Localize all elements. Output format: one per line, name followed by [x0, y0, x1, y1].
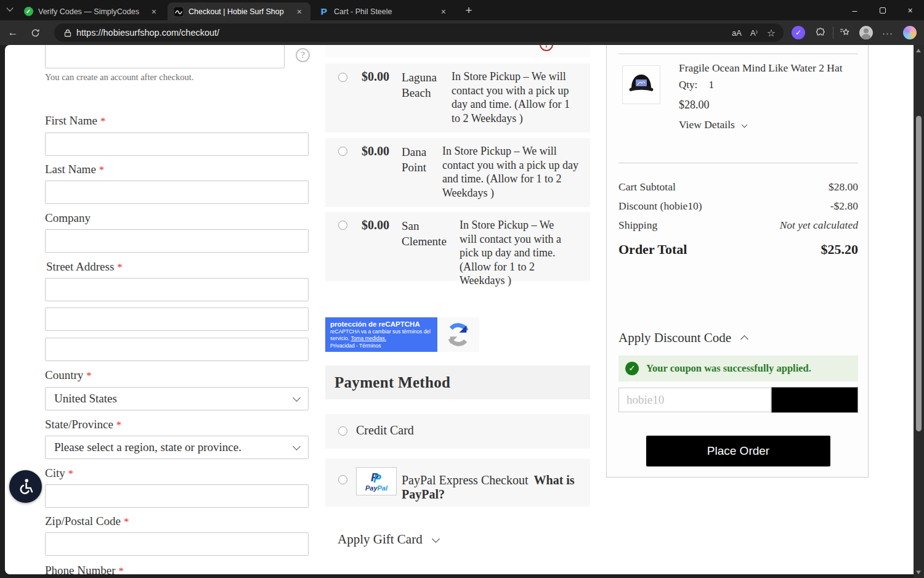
subtotal-row: Cart Subtotal$28.00 — [618, 181, 858, 193]
toolbar-divider — [833, 26, 833, 39]
recaptcha-text: protección de reCAPTCHA reCAPTCHA va a c… — [325, 317, 437, 352]
tab-close-icon[interactable]: × — [149, 7, 159, 17]
shipping-option-row[interactable]: $0.00 Laguna Beach In Store Pickup – We … — [325, 63, 590, 132]
city-field[interactable] — [45, 484, 309, 508]
recaptcha-link[interactable]: Toma medidas. — [351, 335, 386, 341]
street-address-field-3[interactable] — [45, 338, 309, 361]
recaptcha-footer-links[interactable]: Privacidad - Términos — [330, 343, 432, 349]
tab-title: Verify Codes — SimplyCodes — [38, 7, 144, 16]
extensions-icon[interactable] — [813, 25, 829, 41]
shipping-option-row[interactable]: $0.00 Dana Point In Store Pickup – We wi… — [325, 138, 590, 207]
chevron-down-icon — [742, 122, 748, 128]
product-name: Fragile Ocean Mind Like Water 2 Hat — [679, 62, 859, 75]
chevron-down-icon — [432, 535, 440, 543]
country-select[interactable]: United States — [45, 387, 309, 410]
tab-simplycodes[interactable]: ✓ Verify Codes — SimplyCodes × — [17, 2, 165, 20]
discount-row: Discount (hobie10)-$2.80 — [618, 200, 858, 213]
zip-label: Zip/Postal Code* — [45, 515, 129, 528]
company-label: Company — [45, 211, 91, 225]
close-window-button[interactable]: × — [896, 0, 924, 20]
paypal-row[interactable]: PP PayPal PayPal Express Checkout What i… — [325, 458, 590, 507]
scrollbar-thumb[interactable] — [916, 116, 922, 431]
shipping-description: In Store Pickup – We will contact you wi… — [460, 218, 573, 288]
zip-field[interactable] — [45, 532, 309, 556]
shipping-radio[interactable] — [338, 73, 347, 82]
read-aloud-icon[interactable]: A⁾ — [745, 25, 763, 41]
hobie-favicon — [174, 7, 184, 17]
company-field[interactable] — [45, 229, 309, 253]
discount-code-input[interactable] — [618, 388, 771, 412]
shipping-radio[interactable] — [338, 147, 347, 156]
tab-paypal-cart[interactable]: P Cart - Phil Steele × — [313, 2, 455, 20]
street-address-label: Street Address* — [46, 260, 123, 274]
tab-search-caret-icon[interactable] — [6, 4, 13, 11]
tab-strip: ✓ Verify Codes — SimplyCodes × Checkout … — [0, 0, 924, 20]
state-label: State/Province* — [45, 418, 121, 431]
favorite-star-icon[interactable]: ☆ — [763, 25, 780, 41]
order-total-row: Order Total$25.20 — [618, 242, 858, 258]
browser-essentials-icon[interactable]: ✓ — [790, 25, 806, 41]
last-name-field[interactable] — [45, 181, 309, 204]
shipping-price: $0.00 — [362, 144, 389, 158]
back-button[interactable]: ← — [5, 25, 21, 41]
accessibility-icon — [17, 478, 35, 496]
apply-gift-card-toggle[interactable]: Apply Gift Card — [338, 532, 439, 547]
tab-close-icon[interactable]: × — [439, 7, 448, 17]
city-label: City* — [45, 466, 73, 480]
maximize-icon — [880, 7, 886, 14]
tab-checkout[interactable]: Checkout | Hobie Surf Shop × — [168, 2, 310, 20]
state-select[interactable]: Please select a region, state or provinc… — [45, 436, 309, 459]
recaptcha-badge: protección de reCAPTCHA reCAPTCHA va a c… — [325, 317, 479, 352]
view-details-toggle[interactable]: View Details — [679, 118, 747, 131]
shipping-description: In Store Pickup – We will contact you wi… — [442, 144, 579, 200]
scrollbar[interactable] — [914, 45, 924, 578]
translate-icon[interactable]: aA — [728, 25, 745, 41]
divider — [618, 163, 858, 163]
scroll-down-arrow[interactable] — [916, 571, 921, 574]
settings-menu-icon[interactable]: ··· — [880, 25, 896, 41]
order-summary-panel: Fragile Ocean Mind Like Water 2 Hat Qty:… — [606, 45, 869, 478]
coupon-success-message: ✓ Your coupon was successfully applied. — [618, 356, 858, 381]
paypal-label: PayPal Express Checkout What is PayPal? — [402, 473, 586, 502]
help-icon[interactable]: ? — [296, 48, 310, 62]
profile-avatar[interactable] — [858, 25, 874, 41]
minimize-button[interactable]: – — [841, 0, 869, 20]
refresh-button[interactable] — [27, 25, 43, 41]
shipping-description: In Store Pickup – We will contact you wi… — [452, 70, 578, 125]
shipping-radio[interactable] — [338, 221, 347, 230]
maximize-button[interactable] — [869, 0, 896, 20]
credit-card-row[interactable]: Credit Card — [325, 414, 590, 449]
product-image — [622, 65, 660, 104]
payment-method-title: Payment Method — [334, 374, 450, 391]
paypal-radio[interactable] — [338, 475, 347, 484]
tab-close-icon[interactable]: × — [294, 7, 304, 17]
accessibility-widget-button[interactable] — [9, 470, 42, 503]
shipping-row: ShippingNot yet calculated — [618, 219, 858, 232]
product-qty: Qty: 1 — [679, 79, 714, 91]
lock-icon[interactable] — [59, 25, 76, 41]
coupon-action-button[interactable] — [771, 387, 858, 413]
place-order-button[interactable]: Place Order — [646, 436, 830, 466]
shipping-option-row[interactable]: $0.00 San Clemente In Store Pickup – We … — [325, 212, 590, 281]
street-address-field-1[interactable] — [45, 278, 309, 301]
scroll-up-arrow[interactable] — [916, 49, 921, 52]
first-name-field[interactable] — [45, 132, 309, 156]
chevron-down-icon — [293, 394, 301, 402]
copilot-icon[interactable] — [902, 25, 918, 41]
shipping-price: $0.00 — [362, 70, 389, 84]
first-name-label: First Name* — [45, 114, 105, 128]
street-address-field-2[interactable] — [45, 307, 309, 331]
credit-card-radio[interactable] — [338, 426, 347, 436]
shipping-price: $0.00 — [362, 218, 389, 232]
url-text[interactable]: https://hobiesurfshop.com/checkout/ — [76, 28, 219, 38]
apply-discount-toggle[interactable]: Apply Discount Code — [618, 330, 747, 346]
simplycodes-favicon: ✓ — [23, 7, 33, 17]
shipping-location: San Clemente — [402, 218, 451, 249]
account-helper-text: You can create an account after checkout… — [45, 72, 193, 83]
collections-icon[interactable] — [837, 25, 853, 41]
new-tab-button[interactable]: + — [461, 2, 477, 18]
paypal-logo: PP PayPal — [356, 467, 397, 495]
chevron-down-icon — [293, 442, 301, 450]
email-field[interactable] — [45, 45, 285, 68]
address-bar[interactable]: https://hobiesurfshop.com/checkout/ aA A… — [54, 23, 784, 42]
